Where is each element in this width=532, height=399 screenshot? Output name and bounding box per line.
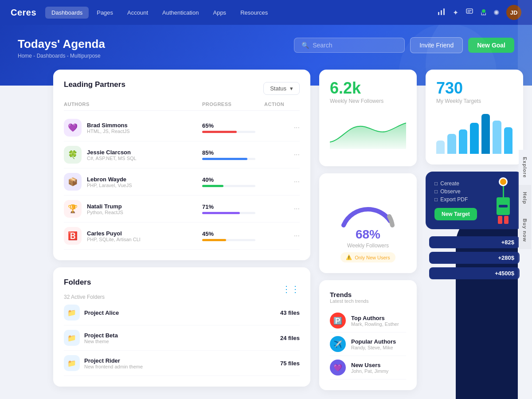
nav-pages[interactable]: Pages	[90, 7, 119, 19]
folder-icon: 📁	[64, 330, 80, 346]
partner-row: 🍀 Jessie Clarcson C#, ASP.NET, MS SQL 85…	[64, 141, 300, 168]
partner-skills: PHP, Laravel, VueJS	[87, 183, 132, 188]
search-box[interactable]: 🔍	[294, 38, 405, 53]
gauge-pct: 68%	[330, 227, 406, 242]
action-dots[interactable]: ···	[264, 178, 300, 186]
new-goal-button[interactable]: New Goal	[468, 38, 514, 53]
progress-bar-fill	[202, 212, 240, 214]
gauge-label: Weekly Followers	[330, 243, 406, 249]
more-dots-icon[interactable]: ⋮⋮	[282, 284, 300, 294]
trend-row: ✈️ Popular Authors Randy, Steve, Mike	[330, 332, 406, 356]
trend-authors: John, Pat, Jimmy	[351, 368, 388, 374]
partner-name: Jessie Clarcson	[87, 149, 137, 156]
folder-rows: 📁 Project Alice 43 files 📁 Project Beta …	[64, 300, 300, 376]
nav-apps[interactable]: Apps	[207, 7, 232, 19]
chart-icon[interactable]	[438, 8, 446, 17]
buy-now-tab[interactable]: Buy now	[519, 211, 531, 249]
gauge-chart	[330, 188, 406, 227]
content-grid: Leading Partners Status ▾ Authors Progre…	[53, 70, 523, 390]
folder-name: Project Beta	[84, 332, 118, 339]
navbar: Ceres Dashboards Pages Account Authentic…	[0, 0, 532, 25]
action-dots[interactable]: ···	[264, 232, 300, 240]
sparkle-icon[interactable]: ✦	[453, 8, 458, 17]
progress-pct: 85%	[202, 149, 264, 156]
search-input[interactable]	[313, 42, 397, 49]
action-dots[interactable]: ···	[264, 151, 300, 159]
folder-files: 43 files	[280, 309, 300, 316]
progress-pct: 71%	[202, 203, 264, 210]
explore-tab[interactable]: Explore	[519, 150, 531, 185]
dark-promo-card: □ Cereate□ Observe□ Export PDF New Targe…	[426, 172, 523, 229]
progress-bar-fill	[202, 158, 247, 160]
partner-info: 🍀 Jessie Clarcson C#, ASP.NET, MS SQL	[64, 146, 202, 164]
bar-chart	[436, 110, 512, 154]
partner-name: Brad Simmons	[87, 122, 130, 129]
progress-cell: 45%	[202, 231, 264, 241]
status-label: Status	[270, 85, 286, 92]
partners-header: Leading Partners Status ▾	[64, 80, 300, 96]
action-dots[interactable]: ···	[264, 124, 300, 132]
action-dots[interactable]: ···	[264, 205, 300, 213]
progress-bar-fill	[202, 185, 223, 187]
trends-title: Trends	[330, 291, 406, 298]
search-icon: 🔍	[301, 42, 309, 49]
bar-item	[447, 134, 456, 154]
partner-row: 📦 Lebron Wayde PHP, Laravel, VueJS 40% ·…	[64, 168, 300, 196]
nav-resources[interactable]: Resources	[234, 7, 274, 19]
trend-authors: Randy, Steve, Mike	[351, 345, 396, 350]
partner-avatar: 💜	[64, 119, 82, 137]
trends-subtitle: Latest tech trends	[330, 298, 406, 304]
status-dropdown[interactable]: Status ▾	[263, 82, 300, 95]
svg-rect-2	[443, 8, 445, 15]
progress-bar-fill	[202, 239, 226, 241]
trends-card: Trends Latest tech trends 🅿️ Top Authors…	[319, 280, 417, 390]
svg-rect-3	[466, 9, 473, 13]
folders-card: Folders 32 Active Folders ⋮⋮ 📁 Project A…	[53, 267, 310, 387]
trend-name: Popular Authors	[351, 338, 396, 345]
settings-icon[interactable]: ✺	[493, 8, 499, 17]
help-tab[interactable]: Help	[519, 185, 531, 211]
bar-item	[459, 129, 467, 154]
trend-icon: 💜	[330, 360, 346, 376]
weekly-stat: 730	[436, 80, 512, 96]
nav-items: Dashboards Pages Account Authentication …	[45, 7, 438, 19]
progress-cell: 40%	[202, 176, 264, 187]
gauge-card: 68% Weekly Followers ⚠️ Only New Users	[319, 173, 417, 273]
partner-info: 📦 Lebron Wayde PHP, Laravel, VueJS	[64, 173, 202, 191]
trend-row: 🅿️ Top Authors Mark, Rowling, Esther	[330, 309, 406, 332]
folder-files: 75 files	[280, 360, 300, 367]
nav-right: ✦ ⊞ ✺ JD	[438, 5, 521, 20]
folder-row: 📁 Project Alice 43 files	[64, 300, 300, 325]
leading-partners-card: Leading Partners Status ▾ Authors Progre…	[53, 70, 310, 260]
folders-title: Folders	[64, 278, 105, 287]
folder-info: 📁 Project Rider New frontend admin theme	[64, 355, 143, 371]
progress-cell: 65%	[202, 122, 264, 133]
checkbox-icon: □	[434, 188, 438, 195]
folder-icon: 📁	[64, 305, 80, 321]
partner-row: 🏆 Natali Trump Python, ReactJS 71% ···	[64, 196, 300, 223]
invite-friend-button[interactable]: Invite Friend	[410, 37, 463, 53]
partner-rows: 💜 Brad Simmons HTML, JS, ReactJS 65% ···…	[64, 114, 300, 250]
left-column: Leading Partners Status ▾ Authors Progre…	[53, 70, 310, 390]
message-icon[interactable]	[466, 8, 473, 17]
nav-dashboards[interactable]: Dashboards	[45, 7, 89, 19]
weekly-label: My Weekly Targets	[436, 98, 512, 104]
bar-item	[481, 114, 490, 154]
partner-avatar: 🍀	[64, 146, 82, 164]
right-stats: +82$ +280$ +4500$	[426, 236, 523, 279]
progress-bar-bg	[202, 131, 255, 133]
grid-icon[interactable]: ⊞	[481, 8, 486, 17]
page-title: Todays' Agenda	[18, 37, 105, 51]
nav-account[interactable]: Account	[121, 7, 154, 19]
only-users-badge: ⚠️ Only New Users	[340, 252, 395, 262]
action-col-header: Action	[264, 102, 300, 107]
new-target-button[interactable]: New Target	[434, 208, 477, 220]
main-content: Leading Partners Status ▾ Authors Progre…	[44, 70, 532, 399]
right-sidebar: Explore Help Buy now	[518, 0, 532, 399]
progress-pct: 40%	[202, 176, 264, 183]
progress-col-header: Progress	[202, 102, 264, 107]
partner-name: Lebron Wayde	[87, 176, 132, 183]
authors-col-header: Authors	[64, 102, 202, 107]
trend-name: New Users	[351, 362, 388, 368]
nav-authentication[interactable]: Authentication	[156, 7, 205, 19]
